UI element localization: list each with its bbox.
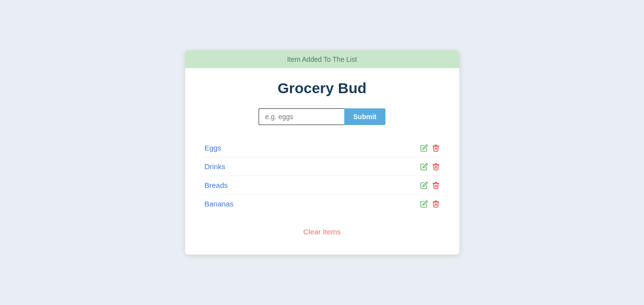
input-row: Submit bbox=[205, 108, 440, 125]
edit-icon[interactable] bbox=[420, 163, 428, 171]
list-item: Breads bbox=[205, 176, 440, 195]
item-actions bbox=[420, 144, 440, 152]
list-item: Drinks bbox=[205, 157, 440, 176]
item-name: Eggs bbox=[205, 144, 221, 152]
delete-icon[interactable] bbox=[432, 200, 440, 208]
edit-icon[interactable] bbox=[420, 200, 428, 208]
item-input[interactable] bbox=[259, 108, 344, 125]
grocery-list: Eggs Drinks Breads Bananas bbox=[205, 139, 440, 213]
item-name: Breads bbox=[205, 181, 228, 189]
edit-icon[interactable] bbox=[420, 181, 428, 189]
app-title: Grocery Bud bbox=[205, 80, 440, 97]
list-item: Eggs bbox=[205, 139, 440, 157]
alert-message: Item Added To The List bbox=[287, 55, 357, 63]
item-name: Drinks bbox=[205, 162, 226, 171]
submit-button[interactable]: Submit bbox=[344, 108, 385, 125]
clear-items-button[interactable]: Clear Items bbox=[205, 225, 440, 239]
main-card: Item Added To The List Grocery Bud Submi… bbox=[185, 51, 459, 254]
card-body: Grocery Bud Submit Eggs Drinks Bre bbox=[185, 68, 459, 254]
list-item: Bananas bbox=[205, 195, 440, 213]
item-actions bbox=[420, 200, 440, 208]
edit-icon[interactable] bbox=[420, 144, 428, 152]
alert-banner: Item Added To The List bbox=[185, 51, 459, 68]
item-name: Bananas bbox=[205, 200, 234, 208]
item-actions bbox=[420, 163, 440, 171]
delete-icon[interactable] bbox=[432, 163, 440, 171]
delete-icon[interactable] bbox=[432, 144, 440, 152]
delete-icon[interactable] bbox=[432, 181, 440, 189]
item-actions bbox=[420, 181, 440, 189]
